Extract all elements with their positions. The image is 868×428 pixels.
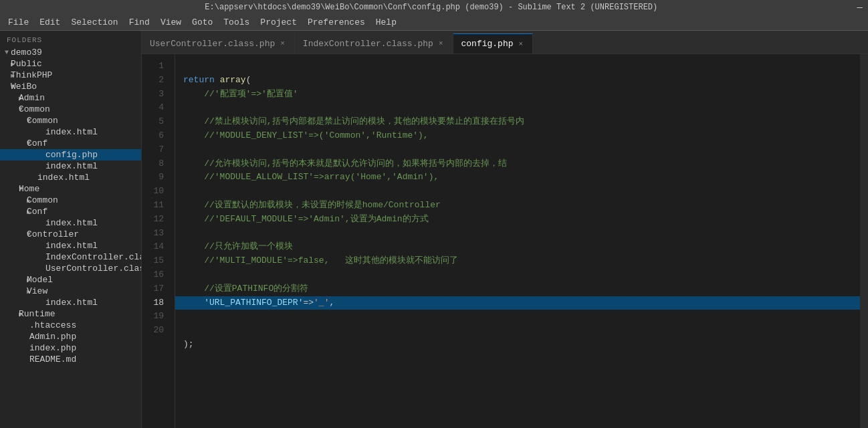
line-num-13: 13 (142, 227, 169, 241)
main-layout: FOLDERS ▼demo39▶Public▶ThinkPHP▼WeiBo▶Ad… (0, 31, 868, 428)
editor-area: UserController.class.php×IndexController… (142, 31, 868, 428)
sidebar-item-index-php[interactable]: index.php (0, 342, 141, 354)
tab-tab2[interactable]: IndexController.class.php× (295, 33, 453, 54)
sidebar-item-thinkphp[interactable]: ▶ThinkPHP (0, 70, 141, 81)
sidebar-item-common-common[interactable]: ▼Common (0, 115, 141, 126)
menu-item-preferences[interactable]: Preferences (302, 16, 370, 29)
tab-label: config.php (461, 39, 514, 49)
code-line-17: //设置PATHINFO的分割符 (183, 284, 308, 294)
tab-close-tab3[interactable]: × (518, 39, 525, 49)
sidebar-item-controller-indexcontroller[interactable]: IndexController.class.php (0, 251, 141, 263)
code-line-3: //'配置项'=>'配置值' (183, 89, 298, 99)
sidebar-item-common-index[interactable]: index.html (0, 172, 141, 183)
line-num-10: 10 (142, 185, 169, 199)
title-text: E:\appserv\htdocs\demo39\WeiBo\Common\Co… (5, 3, 857, 12)
sidebar-item-public[interactable]: ▶Public (0, 58, 141, 70)
sidebar-item-controller-index[interactable]: index.html (0, 240, 141, 251)
window-close-btn[interactable]: — (857, 2, 863, 13)
line-num-4: 4 (142, 101, 169, 115)
menu-item-edit[interactable]: Edit (34, 16, 66, 29)
sidebar-item-common-conf[interactable]: ▼Conf (0, 138, 141, 149)
menu-bar: FileEditSelectionFindViewGotoToolsProjec… (0, 15, 868, 31)
sidebar-item-common[interactable]: ▼Common (0, 104, 141, 115)
line-num-7: 7 (142, 143, 169, 157)
line-num-9: 9 (142, 171, 169, 185)
menu-item-find[interactable]: Find (124, 16, 155, 29)
right-scrollbar[interactable] (860, 54, 868, 428)
menu-item-selection[interactable]: Selection (66, 16, 123, 29)
code-line-6: //'MODULE_DENY_LIST'=>('Common','Runtime… (183, 130, 429, 140)
sidebar-item-home-common[interactable]: ▶Common (0, 195, 141, 206)
tab-bar: UserController.class.php×IndexController… (142, 31, 868, 54)
sidebar-item-admin[interactable]: ▶Admin (0, 92, 141, 104)
menu-item-goto[interactable]: Goto (187, 16, 218, 29)
sidebar-item-common-conf-index[interactable]: index.html (0, 160, 141, 172)
sidebar-item-home-controller[interactable]: ▼Controller (0, 229, 141, 240)
sidebar-item-home-view[interactable]: ▶View (0, 286, 141, 297)
sidebar-item-common-common-index[interactable]: index.html (0, 126, 141, 138)
line-num-19: 19 (142, 310, 169, 324)
line-num-5: 5 (142, 115, 169, 129)
code-line-15: //'MULTI_MODULE'=>false, 这时其他的模块就不能访问了 (183, 255, 458, 265)
sidebar-item-home-conf-index[interactable]: index.html (0, 217, 141, 229)
code-line-14: //只允许加载一个模块 (183, 241, 293, 251)
code-view: 1234567891011121314151617181920 return a… (142, 54, 868, 428)
code-line-1: return array( //'配置项'=>'配置值' //禁止模块访问,括号… (183, 75, 852, 349)
folders-header: FOLDERS (0, 31, 141, 47)
menu-item-tools[interactable]: Tools (218, 16, 255, 29)
line-num-17: 17 (142, 282, 169, 296)
line-num-14: 14 (142, 240, 169, 254)
line-num-2: 2 (142, 74, 169, 88)
code-line-20: ); (183, 339, 194, 349)
tab-tab1[interactable]: UserController.class.php× (142, 33, 295, 54)
title-bar: E:\appserv\htdocs\demo39\WeiBo\Common\Co… (0, 0, 868, 15)
code-line-18: 'URL_PATHINFO_DEPR'=>'_', (175, 296, 860, 310)
menu-item-file[interactable]: File (3, 16, 34, 29)
line-num-15: 15 (142, 254, 169, 268)
code-line-12: //'DEFAULT_MODULE'=>'Admin',设置为Admin的方式 (183, 214, 429, 224)
code-line-11: //设置默认的加载模块，未设置的时候是home/Controller (183, 200, 441, 210)
sidebar-item-home-conf[interactable]: ▶Conf (0, 206, 141, 217)
sidebar-item-htaccess[interactable]: .htaccess (0, 320, 141, 331)
sidebar-item-weibo[interactable]: ▼WeiBo (0, 81, 141, 92)
line-numbers: 1234567891011121314151617181920 (142, 54, 175, 428)
menu-item-project[interactable]: Project (255, 16, 302, 29)
line-num-20: 20 (142, 324, 169, 338)
tab-close-tab1[interactable]: × (279, 39, 286, 48)
sidebar-item-demo39[interactable]: ▼demo39 (0, 47, 141, 58)
menu-item-view[interactable]: View (155, 16, 187, 29)
sidebar-item-home-index[interactable]: index.html (0, 297, 141, 308)
line-num-3: 3 (142, 88, 169, 102)
tab-tab3[interactable]: config.php× (453, 33, 534, 54)
line-num-11: 11 (142, 199, 169, 213)
line-num-8: 8 (142, 157, 169, 171)
tab-label: UserController.class.php (150, 39, 275, 49)
tab-label: IndexController.class.php (303, 39, 433, 49)
code-line-8: //允许模块访问,括号的本来就是默认允许访问的，如果将括号内部的去掉，结 (183, 158, 507, 169)
sidebar-item-home[interactable]: ▼Home (0, 183, 141, 195)
sidebar-item-admin-php[interactable]: Admin.php (0, 331, 141, 342)
code-content[interactable]: return array( //'配置项'=>'配置值' //禁止模块访问,括号… (175, 54, 860, 428)
sidebar-item-readme[interactable]: README.md (0, 354, 141, 365)
line-num-12: 12 (142, 213, 169, 227)
line-num-18: 18 (142, 296, 169, 310)
code-line-5: //禁止模块访问,括号内部都是禁止访问的模块，其他的模块要禁止的直接在括号内 (183, 116, 524, 126)
sidebar-item-home-model[interactable]: ▶Model (0, 274, 141, 286)
code-line-2: return array( (183, 75, 251, 85)
sidebar-item-controller-usercontroller[interactable]: UserController.class.php (0, 263, 141, 274)
line-num-1: 1 (142, 60, 169, 74)
sidebar-item-runtime[interactable]: ▶Runtime (0, 308, 141, 320)
tab-close-tab2[interactable]: × (437, 39, 445, 48)
sidebar: FOLDERS ▼demo39▶Public▶ThinkPHP▼WeiBo▶Ad… (0, 31, 142, 428)
line-num-16: 16 (142, 268, 169, 282)
sidebar-item-config-php[interactable]: config.php (0, 149, 141, 160)
menu-item-help[interactable]: Help (370, 16, 402, 29)
code-line-9: //'MODULE_ALLOW_LIST'=>array('Home','Adm… (183, 172, 439, 182)
sidebar-tree: ▼demo39▶Public▶ThinkPHP▼WeiBo▶Admin▼Comm… (0, 47, 141, 365)
line-num-6: 6 (142, 129, 169, 143)
